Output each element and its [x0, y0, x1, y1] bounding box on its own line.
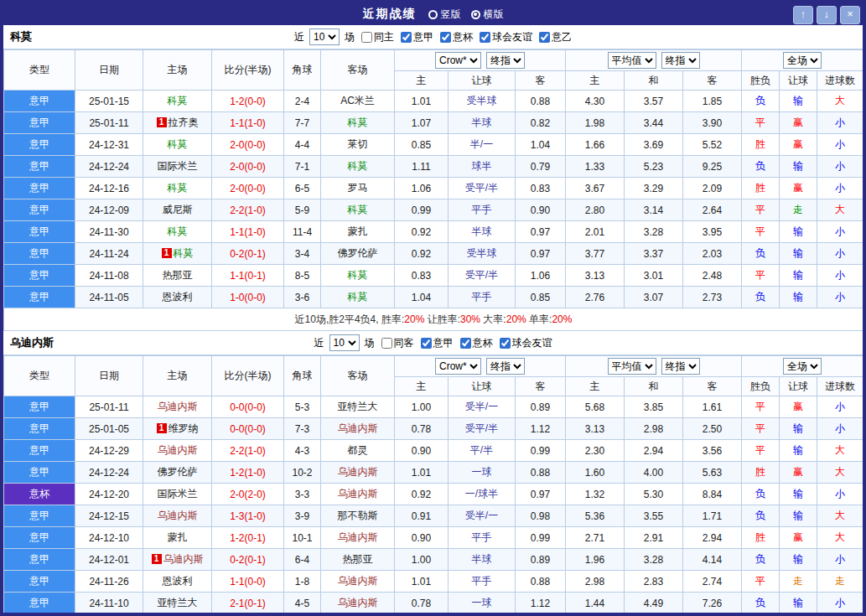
filter-checkbox[interactable]	[440, 32, 451, 43]
home-team-link[interactable]: 乌迪内斯	[158, 444, 198, 456]
score-cell[interactable]: 1-1(0-1)	[212, 265, 284, 287]
score-cell[interactable]: 2-0(0-0)	[212, 156, 284, 178]
away-team-link[interactable]: 热那亚	[343, 553, 373, 565]
away-team-link[interactable]: 蒙扎	[348, 225, 368, 237]
asia-time-select[interactable]: 终指	[486, 358, 525, 375]
home-team-link[interactable]: 科莫	[174, 247, 194, 259]
away-team-link[interactable]: 科莫	[348, 269, 368, 281]
layout-radio[interactable]: 横版	[471, 8, 504, 22]
score-cell[interactable]: 1-1(0-0)	[212, 571, 284, 593]
home-team-link[interactable]: 拉齐奥	[169, 116, 199, 128]
home-team-link[interactable]: 科莫	[168, 225, 188, 237]
close-button[interactable]: ×	[840, 6, 860, 24]
home-team-link[interactable]: 威尼斯	[163, 204, 193, 215]
score-cell[interactable]: 2-1(0-1)	[212, 593, 284, 614]
euro-avg-select[interactable]: 平均值	[608, 52, 656, 69]
filter-checkbox-item[interactable]: 同客	[381, 336, 414, 350]
filter-checkbox-item[interactable]: 意杯	[460, 336, 493, 350]
score-cell[interactable]: 1-1(1-0)	[212, 112, 284, 134]
score-cell[interactable]: 2-0(2-0)	[212, 484, 284, 505]
euro-away-odds: 9.25	[683, 156, 742, 178]
score-cell[interactable]: 1-1(1-0)	[212, 221, 284, 243]
home-team-link[interactable]: 热那亚	[163, 269, 193, 281]
home-team-link[interactable]: 科莫	[168, 182, 188, 194]
filter-checkbox[interactable]	[480, 32, 490, 43]
recent-count-select[interactable]: 10	[329, 334, 360, 351]
score-cell[interactable]: 1-2(0-1)	[212, 527, 284, 549]
away-team-link[interactable]: 乌迪内斯	[338, 531, 378, 543]
home-team-link[interactable]: 乌迪内斯	[158, 510, 198, 521]
away-team-link[interactable]: 亚特兰大	[338, 401, 378, 412]
filter-checkbox-item[interactable]: 意甲	[421, 336, 454, 350]
home-team-link[interactable]: 国际米兰	[158, 488, 198, 500]
home-team-link[interactable]: 科莫	[168, 95, 188, 106]
filter-checkbox[interactable]	[381, 338, 392, 349]
move-up-button[interactable]: ↑	[793, 6, 813, 24]
asia-home-odds: 0.91	[395, 505, 449, 527]
move-down-button[interactable]: ↓	[817, 6, 837, 24]
away-team-link[interactable]: 科莫	[348, 204, 368, 215]
filter-checkbox-item[interactable]: 意乙	[539, 30, 572, 44]
home-team-link[interactable]: 国际米兰	[158, 160, 198, 172]
away-team-link[interactable]: 乌迪内斯	[338, 488, 378, 500]
away-team-link[interactable]: 乌迪内斯	[338, 466, 378, 478]
filter-checkbox-item[interactable]: 同主	[361, 30, 394, 44]
score-cell[interactable]: 1-2(0-0)	[212, 91, 284, 112]
home-team-link[interactable]: 亚特兰大	[158, 597, 198, 608]
home-team-link[interactable]: 乌迪内斯	[163, 553, 204, 565]
away-team-link[interactable]: AC米兰	[340, 95, 375, 106]
score-cell[interactable]: 1-0(0-0)	[212, 287, 284, 308]
away-team-link[interactable]: 科莫	[348, 116, 368, 128]
score-cell[interactable]: 2-2(1-0)	[212, 199, 284, 221]
filter-checkbox-item[interactable]: 意杯	[440, 30, 473, 44]
score-cell[interactable]: 0-0(0-0)	[212, 418, 284, 440]
away-team-link[interactable]: 乌迪内斯	[338, 422, 378, 434]
score-cell[interactable]: 0-2(0-1)	[212, 243, 284, 265]
score-cell[interactable]: 0-2(0-1)	[212, 549, 284, 571]
match-scope-select[interactable]: 全场	[783, 358, 822, 375]
filter-checkbox-item[interactable]: 意甲	[401, 30, 433, 44]
score-cell[interactable]: 1-2(1-0)	[212, 462, 284, 484]
home-team-link[interactable]: 乌迪内斯	[158, 401, 198, 412]
away-team-link[interactable]: 罗马	[348, 182, 368, 194]
euro-away-odds: 5.63	[683, 462, 742, 484]
filter-checkbox[interactable]	[500, 338, 511, 349]
score-cell[interactable]: 2-0(0-0)	[212, 134, 284, 156]
home-team-link[interactable]: 恩波利	[163, 575, 193, 587]
result-goals: 大	[817, 440, 863, 462]
away-team-link[interactable]: 乌迪内斯	[338, 575, 378, 587]
away-team-link[interactable]: 那不勒斯	[338, 510, 378, 521]
euro-time-select[interactable]: 终指	[661, 358, 700, 375]
home-team-link[interactable]: 蒙扎	[168, 531, 188, 543]
score-cell[interactable]: 2-0(0-0)	[212, 178, 284, 199]
score-cell[interactable]: 0-0(0-0)	[212, 396, 284, 418]
bookmaker-select[interactable]: Crow*	[435, 52, 481, 69]
layout-radio[interactable]: 竖版	[428, 8, 461, 22]
filter-checkbox-item[interactable]: 球会友谊	[480, 30, 532, 44]
away-team-link[interactable]: 莱切	[348, 138, 368, 150]
home-team-link[interactable]: 科莫	[168, 138, 188, 150]
score-cell[interactable]: 2-2(1-0)	[212, 440, 284, 462]
recent-count-select[interactable]: 10	[309, 28, 340, 45]
away-team-link[interactable]: 佛罗伦萨	[338, 247, 378, 259]
euro-time-select[interactable]: 终指	[661, 52, 700, 69]
asia-time-select[interactable]: 终指	[486, 52, 525, 69]
home-team-link[interactable]: 佛罗伦萨	[158, 466, 198, 478]
away-team-link[interactable]: 科莫	[348, 160, 368, 172]
match-scope-select[interactable]: 全场	[783, 52, 822, 69]
away-team-link[interactable]: 科莫	[348, 291, 368, 303]
home-team-link[interactable]: 恩波利	[163, 291, 193, 303]
filter-checkbox[interactable]	[421, 338, 432, 349]
home-team-link[interactable]: 维罗纳	[169, 422, 199, 434]
filter-checkbox[interactable]	[460, 338, 471, 349]
bookmaker-select[interactable]: Crow*	[435, 358, 481, 375]
filter-checkbox-item[interactable]: 球会友谊	[500, 336, 552, 350]
score-cell[interactable]: 1-3(1-0)	[212, 505, 284, 527]
result-handicap: 走	[780, 199, 817, 221]
away-team-link[interactable]: 乌迪内斯	[338, 597, 378, 608]
euro-avg-select[interactable]: 平均值	[608, 358, 656, 375]
away-team-link[interactable]: 都灵	[348, 444, 368, 456]
filter-checkbox[interactable]	[539, 32, 550, 43]
filter-checkbox[interactable]	[401, 32, 412, 43]
filter-checkbox[interactable]	[361, 32, 372, 43]
